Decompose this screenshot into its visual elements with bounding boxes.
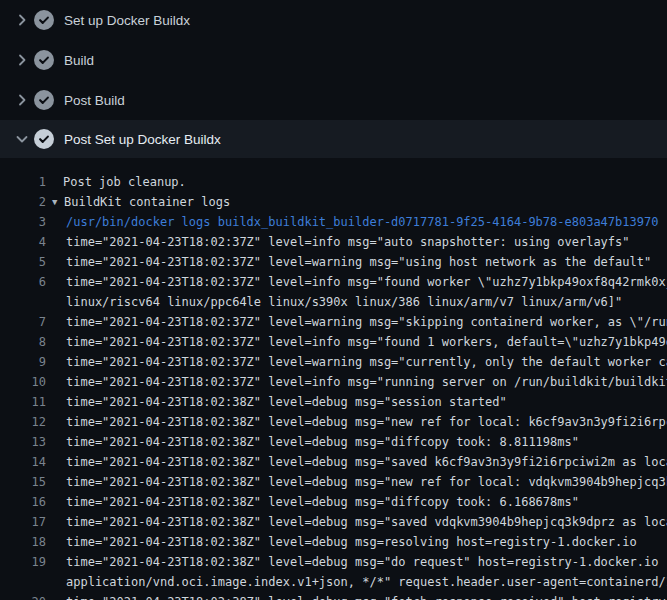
log-row: 11 ▼ time="2021-04-23T18:02:38Z" level=d… bbox=[0, 392, 667, 412]
line-number[interactable]: 5 bbox=[0, 252, 46, 272]
line-number[interactable]: 11 bbox=[0, 392, 46, 412]
log-row: 17 ▼ time="2021-04-23T18:02:38Z" level=d… bbox=[0, 512, 667, 532]
line-number[interactable]: 19 bbox=[0, 552, 46, 572]
log-text: application/vnd.oci.image.index.v1+json,… bbox=[66, 572, 667, 592]
line-number[interactable]: 2 bbox=[0, 192, 46, 212]
line-number[interactable]: 15 bbox=[0, 472, 46, 492]
line-number[interactable]: 8 bbox=[0, 332, 46, 352]
step-row-post-build[interactable]: Post Build bbox=[0, 80, 667, 120]
log-text: linux/riscv64 linux/ppc64le linux/s390x … bbox=[66, 292, 622, 312]
line-number[interactable]: 20 bbox=[0, 592, 46, 600]
check-circle-icon bbox=[34, 10, 54, 30]
log-text: time="2021-04-23T18:02:38Z" level=debug … bbox=[66, 552, 667, 572]
line-number[interactable]: 14 bbox=[0, 452, 46, 472]
log-text: time="2021-04-23T18:02:38Z" level=debug … bbox=[66, 492, 579, 512]
log-row: 10 ▼ time="2021-04-23T18:02:37Z" level=i… bbox=[0, 372, 667, 392]
step-label: Post Set up Docker Buildx bbox=[64, 132, 221, 147]
log-row: 7 ▼ time="2021-04-23T18:02:37Z" level=wa… bbox=[0, 312, 667, 332]
log-text: time="2021-04-23T18:02:38Z" level=debug … bbox=[66, 472, 667, 492]
log-text: time="2021-04-23T18:02:38Z" level=debug … bbox=[66, 452, 667, 472]
log-text: BuildKit container logs bbox=[64, 192, 230, 212]
log-row: 20 ▼ time="2021-04-23T18:02:38Z" level=d… bbox=[0, 592, 667, 600]
log-row: 2 ▼ BuildKit container logs bbox=[0, 192, 667, 212]
step-row-build[interactable]: Build bbox=[0, 40, 667, 80]
check-circle-icon bbox=[34, 90, 54, 110]
log-text: time="2021-04-23T18:02:37Z" level=info m… bbox=[66, 332, 667, 352]
step-label: Post Build bbox=[64, 93, 125, 108]
step-row-set-up-docker-buildx[interactable]: Set up Docker Buildx bbox=[0, 0, 667, 40]
line-number[interactable]: 12 bbox=[0, 412, 46, 432]
log-text: /usr/bin/docker logs buildx_buildkit_bui… bbox=[66, 212, 658, 232]
line-number[interactable]: 16 bbox=[0, 492, 46, 512]
line-number[interactable] bbox=[0, 572, 46, 592]
log-row: 4 ▼ time="2021-04-23T18:02:37Z" level=in… bbox=[0, 232, 667, 252]
log-text: time="2021-04-23T18:02:37Z" level=warnin… bbox=[66, 252, 651, 272]
log-row: 3 ▼ /usr/bin/docker logs buildx_buildkit… bbox=[0, 212, 667, 232]
log-text: time="2021-04-23T18:02:37Z" level=info m… bbox=[66, 272, 667, 292]
log-text: time="2021-04-23T18:02:38Z" level=debug … bbox=[66, 532, 637, 552]
log-row: 18 ▼ time="2021-04-23T18:02:38Z" level=d… bbox=[0, 532, 667, 552]
log-row: 8 ▼ time="2021-04-23T18:02:37Z" level=in… bbox=[0, 332, 667, 352]
line-number[interactable]: 3 bbox=[0, 212, 46, 232]
workflow-steps-list: Set up Docker Buildx Build P bbox=[0, 0, 667, 158]
line-number[interactable]: 9 bbox=[0, 352, 46, 372]
log-text: time="2021-04-23T18:02:38Z" level=debug … bbox=[66, 392, 507, 412]
log-row: 14 ▼ time="2021-04-23T18:02:38Z" level=d… bbox=[0, 452, 667, 472]
log-row: ▼ linux/riscv64 linux/ppc64le linux/s390… bbox=[0, 292, 667, 312]
line-number[interactable]: 13 bbox=[0, 432, 46, 452]
log-row: 9 ▼ time="2021-04-23T18:02:37Z" level=wa… bbox=[0, 352, 667, 372]
log-row: 19 ▼ time="2021-04-23T18:02:38Z" level=d… bbox=[0, 552, 667, 572]
chevron-right-icon bbox=[10, 52, 34, 68]
log-row: 1 ▼ Post job cleanup. bbox=[0, 172, 667, 192]
check-circle-icon bbox=[34, 129, 54, 149]
log-text: Post job cleanup. bbox=[63, 172, 186, 192]
log-row: 13 ▼ time="2021-04-23T18:02:38Z" level=d… bbox=[0, 432, 667, 452]
log-text: time="2021-04-23T18:02:37Z" level=warnin… bbox=[66, 312, 667, 332]
log-text: time="2021-04-23T18:02:38Z" level=debug … bbox=[66, 512, 667, 532]
line-number[interactable]: 10 bbox=[0, 372, 46, 392]
line-number[interactable]: 17 bbox=[0, 512, 46, 532]
log-row: 6 ▼ time="2021-04-23T18:02:37Z" level=in… bbox=[0, 272, 667, 292]
step-label: Set up Docker Buildx bbox=[64, 13, 190, 28]
log-text: time="2021-04-23T18:02:38Z" level=debug … bbox=[66, 432, 579, 452]
log-text: time="2021-04-23T18:02:37Z" level=info m… bbox=[66, 372, 667, 392]
group-collapse-icon[interactable]: ▼ bbox=[52, 192, 64, 212]
log-row: 5 ▼ time="2021-04-23T18:02:37Z" level=wa… bbox=[0, 252, 667, 272]
log-text: time="2021-04-23T18:02:37Z" level=info m… bbox=[66, 232, 630, 252]
log-row: ▼ application/vnd.oci.image.index.v1+jso… bbox=[0, 572, 667, 592]
step-label: Build bbox=[64, 53, 94, 68]
line-number[interactable]: 6 bbox=[0, 272, 46, 292]
line-number[interactable]: 7 bbox=[0, 312, 46, 332]
line-number[interactable] bbox=[0, 292, 46, 312]
log-row: 15 ▼ time="2021-04-23T18:02:38Z" level=d… bbox=[0, 472, 667, 492]
log-text: time="2021-04-23T18:02:38Z" level=debug … bbox=[66, 592, 667, 600]
log-row: 12 ▼ time="2021-04-23T18:02:38Z" level=d… bbox=[0, 412, 667, 432]
line-number[interactable]: 1 bbox=[0, 172, 46, 192]
log-text: time="2021-04-23T18:02:38Z" level=debug … bbox=[66, 412, 667, 432]
line-number[interactable]: 18 bbox=[0, 532, 46, 552]
step-row-post-set-up-docker-buildx[interactable]: Post Set up Docker Buildx bbox=[0, 120, 667, 158]
log-text: time="2021-04-23T18:02:37Z" level=warnin… bbox=[66, 352, 667, 372]
check-circle-icon bbox=[34, 50, 54, 70]
chevron-right-icon bbox=[10, 12, 34, 28]
log-row: 16 ▼ time="2021-04-23T18:02:38Z" level=d… bbox=[0, 492, 667, 512]
line-number[interactable]: 4 bbox=[0, 232, 46, 252]
chevron-right-icon bbox=[10, 92, 34, 108]
chevron-down-icon bbox=[10, 131, 34, 147]
log-viewer: 1 ▼ Post job cleanup. 2 ▼ BuildKit conta… bbox=[0, 158, 667, 600]
